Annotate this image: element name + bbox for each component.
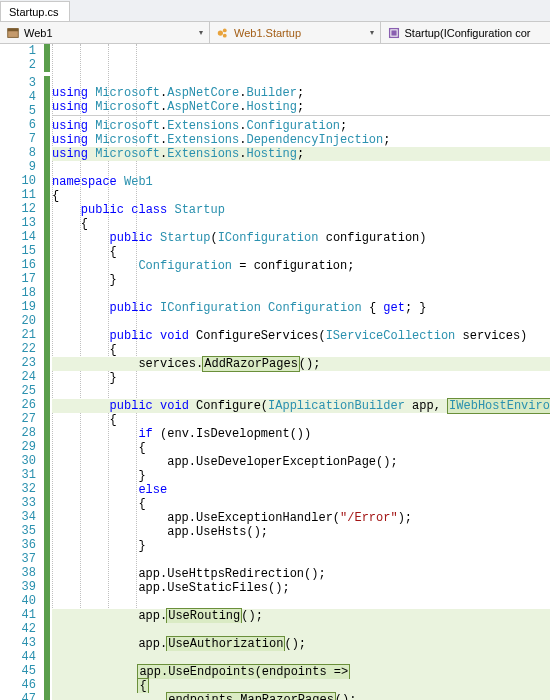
- code-line[interactable]: public class Startup: [52, 203, 550, 217]
- member-dropdown[interactable]: Startup(IConfiguration cor: [381, 22, 551, 43]
- code-line[interactable]: app.UseEndpoints(endpoints =>: [52, 665, 550, 679]
- line-number: 34: [0, 510, 36, 524]
- code-line[interactable]: app.UseHsts();: [52, 525, 550, 539]
- code-line[interactable]: app.UseStaticFiles();: [52, 581, 550, 595]
- class-dropdown-label: Web1.Startup: [234, 27, 301, 39]
- line-number: 35: [0, 524, 36, 538]
- line-number: 41: [0, 608, 36, 622]
- line-number: 16: [0, 258, 36, 272]
- line-number: 11: [0, 188, 36, 202]
- code-line[interactable]: [52, 315, 550, 329]
- method-icon: [387, 26, 401, 40]
- code-line[interactable]: }: [52, 273, 550, 287]
- code-line[interactable]: }: [52, 539, 550, 553]
- code-line[interactable]: {: [52, 217, 550, 231]
- code-area[interactable]: using Microsoft.AspNetCore.Builder;using…: [50, 44, 550, 700]
- member-dropdown-label: Startup(IConfiguration cor: [405, 27, 531, 39]
- svg-point-4: [223, 33, 227, 37]
- code-line[interactable]: namespace Web1: [52, 175, 550, 189]
- line-number: 42: [0, 622, 36, 636]
- code-line[interactable]: [52, 651, 550, 665]
- svg-point-3: [223, 28, 227, 32]
- project-dropdown[interactable]: Web1 ▾: [0, 22, 210, 43]
- code-line[interactable]: public void Configure(IApplicationBuilde…: [52, 399, 550, 413]
- code-line[interactable]: app.UseAuthorization();: [52, 637, 550, 651]
- code-line[interactable]: using Microsoft.AspNetCore.Builder;: [52, 86, 550, 100]
- navigation-bar: Web1 ▾ Web1.Startup ▾ Startup(IConfigura…: [0, 22, 550, 44]
- line-number: 8: [0, 146, 36, 160]
- line-number: 21: [0, 328, 36, 342]
- code-line[interactable]: using Microsoft.Extensions.DependencyInj…: [52, 133, 550, 147]
- chevron-down-icon: ▾: [366, 28, 374, 37]
- class-icon: [216, 26, 230, 40]
- code-line[interactable]: {: [52, 497, 550, 511]
- line-number: 27: [0, 412, 36, 426]
- line-number: 38: [0, 566, 36, 580]
- code-line[interactable]: else: [52, 483, 550, 497]
- code-line[interactable]: [52, 553, 550, 567]
- code-line[interactable]: app.UseRouting();: [52, 609, 550, 623]
- line-number: 10: [0, 174, 36, 188]
- line-number: 4: [0, 90, 36, 104]
- line-number: 18: [0, 286, 36, 300]
- svg-point-2: [218, 30, 223, 35]
- code-line[interactable]: {: [52, 413, 550, 427]
- line-number: 7: [0, 132, 36, 146]
- line-number-gutter: 1234567891011121314151617181920212223242…: [0, 44, 44, 700]
- class-dropdown[interactable]: Web1.Startup ▾: [210, 22, 381, 43]
- svg-rect-6: [391, 30, 396, 35]
- code-line[interactable]: }: [52, 469, 550, 483]
- code-line[interactable]: public void ConfigureServices(IServiceCo…: [52, 329, 550, 343]
- code-line[interactable]: {: [52, 189, 550, 203]
- document-tab-bar: Startup.cs: [0, 0, 550, 22]
- line-number: 47: [0, 692, 36, 700]
- line-number: 3: [0, 76, 36, 90]
- code-line[interactable]: [52, 595, 550, 609]
- code-line[interactable]: Configuration = configuration;: [52, 259, 550, 273]
- code-line[interactable]: using Microsoft.AspNetCore.Hosting;: [52, 100, 550, 114]
- line-number: 40: [0, 594, 36, 608]
- code-line[interactable]: {: [52, 245, 550, 259]
- svg-rect-1: [8, 28, 19, 31]
- code-line[interactable]: {: [52, 343, 550, 357]
- line-number: 22: [0, 342, 36, 356]
- document-tab-startup[interactable]: Startup.cs: [0, 1, 70, 21]
- code-line[interactable]: [52, 623, 550, 637]
- code-line[interactable]: public IConfiguration Configuration { ge…: [52, 301, 550, 315]
- code-line[interactable]: using Microsoft.Extensions.Hosting;: [52, 147, 550, 161]
- line-number: 6: [0, 118, 36, 132]
- line-number: 17: [0, 272, 36, 286]
- line-number: 31: [0, 468, 36, 482]
- code-line[interactable]: app.UseDeveloperExceptionPage();: [52, 455, 550, 469]
- line-number: 19: [0, 300, 36, 314]
- code-editor[interactable]: 1234567891011121314151617181920212223242…: [0, 44, 550, 700]
- chevron-down-icon: ▾: [195, 28, 203, 37]
- line-number: 30: [0, 454, 36, 468]
- code-line[interactable]: app.UseHttpsRedirection();: [52, 567, 550, 581]
- line-number: 14: [0, 230, 36, 244]
- code-line[interactable]: endpoints.MapRazorPages();: [52, 693, 550, 700]
- line-number: 44: [0, 650, 36, 664]
- tab-title: Startup.cs: [9, 6, 59, 18]
- code-line[interactable]: public Startup(IConfiguration configurat…: [52, 231, 550, 245]
- line-number: 13: [0, 216, 36, 230]
- code-line[interactable]: [52, 385, 550, 399]
- line-number: 20: [0, 314, 36, 328]
- code-line[interactable]: {: [52, 679, 550, 693]
- code-line[interactable]: if (env.IsDevelopment()): [52, 427, 550, 441]
- project-icon: [6, 26, 20, 40]
- line-number: 24: [0, 370, 36, 384]
- code-line[interactable]: app.UseExceptionHandler("/Error");: [52, 511, 550, 525]
- line-number: 29: [0, 440, 36, 454]
- code-line[interactable]: {: [52, 441, 550, 455]
- code-line[interactable]: services.AddRazorPages();: [52, 357, 550, 371]
- line-number: 43: [0, 636, 36, 650]
- code-line[interactable]: using Microsoft.Extensions.Configuration…: [52, 119, 550, 133]
- code-line[interactable]: [52, 161, 550, 175]
- code-line[interactable]: [52, 287, 550, 301]
- code-line[interactable]: }: [52, 371, 550, 385]
- line-number: 32: [0, 482, 36, 496]
- line-number: 2: [0, 58, 36, 72]
- line-number: 39: [0, 580, 36, 594]
- project-dropdown-label: Web1: [24, 27, 53, 39]
